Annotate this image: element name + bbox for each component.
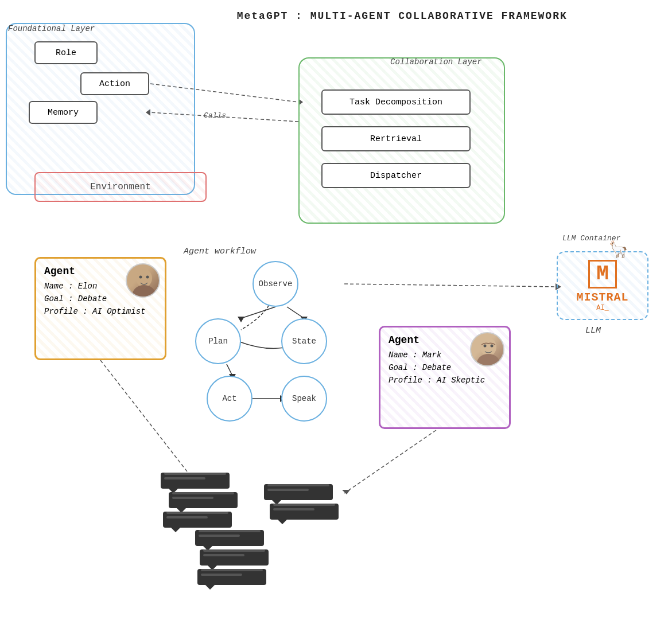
act-node: Act <box>207 376 253 422</box>
mistral-brand: MISTRAL <box>576 291 628 304</box>
agent-mark-profile: Profile : AI Skeptic <box>389 376 501 385</box>
dispatcher-box: Dispatcher <box>321 163 471 188</box>
msg-bubble-3c <box>197 569 266 585</box>
workflow-label: Agent workflow <box>184 247 256 256</box>
msg-bubble-3a <box>195 530 264 546</box>
plan-node: Plan <box>195 318 241 364</box>
task-decomp-box: Task Decomposition <box>321 89 471 115</box>
role-box: Role <box>34 41 98 64</box>
svg-line-8 <box>227 364 232 376</box>
llm-box: M MISTRAL AI_ <box>557 251 648 320</box>
foundational-label: Foundational Layer <box>8 24 95 33</box>
message-group-1 <box>161 470 238 531</box>
msg-bubble-1b <box>169 492 238 508</box>
calls-label: Calls <box>204 111 226 120</box>
svg-line-15 <box>100 360 195 482</box>
msg-bubble-3b <box>200 549 269 566</box>
action-box: Action <box>80 72 149 95</box>
agent-card-elon: Agent Name : Elon Goal : Debate Profile … <box>34 257 166 360</box>
environment-box: Environment <box>34 172 207 202</box>
llm-label: LLM <box>585 326 601 336</box>
svg-point-25 <box>484 345 487 348</box>
observe-node: Observe <box>253 261 298 307</box>
msg-bubble-1c <box>163 512 232 528</box>
collaboration-label: Collaboration Layer <box>390 57 482 67</box>
state-node: State <box>281 318 327 364</box>
svg-line-4 <box>241 307 275 318</box>
svg-line-13 <box>344 284 557 287</box>
avatar-elon <box>126 263 160 298</box>
page-title: MetaGPT : MULTI-AGENT COLLABORATIVE FRAM… <box>237 10 568 22</box>
message-group-3 <box>195 528 269 588</box>
svg-point-23 <box>480 338 496 356</box>
svg-point-22 <box>146 276 149 279</box>
svg-line-6 <box>287 307 304 318</box>
svg-point-21 <box>139 276 142 279</box>
message-group-2 <box>264 482 339 523</box>
msg-bubble-2b <box>270 504 339 520</box>
mistral-m-icon: M <box>588 260 617 288</box>
avatar-mark <box>470 332 504 366</box>
mistral-sub: AI_ <box>576 304 628 312</box>
msg-bubble-2a <box>264 484 333 500</box>
agent-card-mark: Agent Name : Mark Goal : Debate Profile … <box>379 326 511 429</box>
svg-line-17 <box>344 430 436 493</box>
retrieval-box: Rertrieval <box>321 126 471 151</box>
memory-box: Memory <box>29 101 98 124</box>
speak-node: Speak <box>281 376 327 422</box>
svg-marker-18 <box>342 490 350 494</box>
svg-point-26 <box>491 345 494 348</box>
msg-bubble-1a <box>161 473 230 489</box>
svg-marker-5 <box>238 317 244 322</box>
agent-elon-profile: Profile : AI Optimist <box>44 307 157 316</box>
